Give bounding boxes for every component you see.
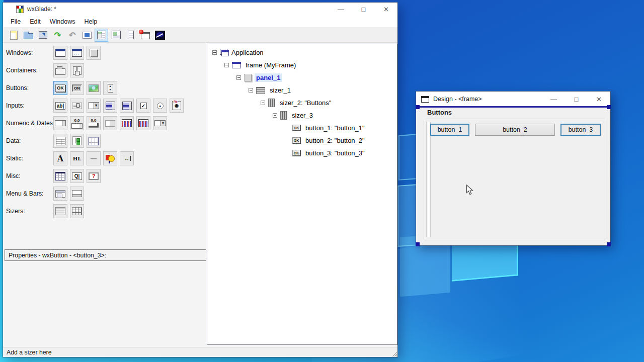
add-box-sizer-button[interactable]: [53, 204, 67, 218]
maximize-button[interactable]: □: [352, 3, 375, 16]
static-bitmap-widget-icon: [105, 154, 115, 162]
template-button[interactable]: [153, 29, 167, 42]
palette-row: Containers:: [6, 63, 207, 77]
add-calendar-button[interactable]: [120, 116, 134, 130]
pin-design-window-button[interactable]: [138, 29, 152, 42]
generic-calendar-widget-icon: [138, 119, 148, 127]
add-search-ctrl-button[interactable]: Q|: [70, 169, 84, 183]
layout-1-button[interactable]: [95, 29, 108, 42]
minimize-button[interactable]: —: [330, 3, 352, 16]
add-frame-button[interactable]: [53, 46, 67, 60]
tree-item-label: panel_1: [255, 73, 282, 82]
design-button-1[interactable]: button_1: [430, 124, 469, 136]
add-notebook-button[interactable]: [53, 63, 67, 77]
tree-item-sizer-2[interactable]: sizer_2: "Buttons": [207, 97, 397, 109]
bitmap-button-widget-icon: [89, 84, 99, 92]
custom-widget-icon: ?: [89, 172, 99, 180]
add-dialog-button[interactable]: [70, 46, 84, 60]
add-grid-sizer-button[interactable]: [70, 204, 84, 218]
open-button[interactable]: [22, 29, 35, 42]
add-text-ctrl-button[interactable]: ab|: [53, 99, 67, 113]
tree-expander-icon[interactable]: [249, 88, 253, 93]
menu-help[interactable]: Help: [79, 17, 102, 27]
grid-widget-icon: [89, 137, 99, 145]
tree-item-frame[interactable]: frame (MyFrame): [207, 59, 397, 71]
add-generic-calendar-button[interactable]: [136, 116, 150, 130]
save-button[interactable]: [36, 29, 50, 42]
add-splitter-button[interactable]: [70, 63, 84, 77]
add-spin-button-button[interactable]: [103, 81, 117, 95]
panel-icon: [244, 74, 252, 81]
resize-grip-icon[interactable]: [391, 351, 397, 356]
add-combo-box-button[interactable]: [87, 99, 101, 113]
add-slider-button[interactable]: [70, 99, 84, 113]
layout-3-button[interactable]: [124, 29, 137, 42]
tree-item-button-3[interactable]: button_3: "button_3": [207, 147, 397, 159]
layout-3-icon: [128, 31, 134, 39]
design-title-bar[interactable]: Design - <frame> — □ ✕: [416, 92, 610, 107]
menu-file[interactable]: File: [6, 17, 25, 27]
palette-row: Sizers:: [6, 204, 207, 218]
add-choice-button[interactable]: [103, 99, 117, 113]
add-date-picker-button[interactable]: [153, 116, 167, 130]
add-custom-widget-button[interactable]: ?: [87, 169, 101, 183]
tree-item-sizer-3[interactable]: sizer_3: [207, 109, 397, 122]
add-spin-field-button[interactable]: [53, 116, 67, 130]
add-static-bitmap-button[interactable]: [103, 151, 117, 165]
main-title-bar[interactable]: wxGlade: * — □ ✕: [3, 3, 397, 16]
pin-icon: [141, 32, 150, 39]
close-button[interactable]: ✕: [375, 3, 397, 16]
add-grid-button[interactable]: [87, 134, 101, 148]
preview-button[interactable]: [80, 29, 94, 42]
menu-edit[interactable]: Edit: [25, 17, 45, 27]
design-minimize-button[interactable]: —: [542, 92, 565, 107]
add-toggle-button-button[interactable]: ON: [70, 81, 84, 95]
add-panel-button[interactable]: [87, 46, 101, 60]
add-spacer-button[interactable]: ↔: [120, 151, 134, 165]
box-sizer-widget-icon: [55, 207, 65, 215]
redo-button[interactable]: ↷: [51, 29, 64, 42]
add-spin-ctrl-button[interactable]: [120, 99, 134, 113]
add-hyperlink-button[interactable]: HL: [70, 151, 84, 165]
tree-item-application[interactable]: Application: [207, 46, 397, 59]
tree-item-panel-1[interactable]: panel_1: [207, 71, 397, 84]
frame-icon: [232, 62, 241, 68]
undo-button[interactable]: ↶: [65, 29, 79, 42]
layout-2-button[interactable]: [109, 29, 123, 42]
add-bitmap-button-button[interactable]: [87, 81, 101, 95]
add-button-button[interactable]: OK: [53, 81, 67, 95]
add-menu-bar-button[interactable]: [53, 187, 67, 201]
add-status-bar-button[interactable]: [70, 187, 84, 201]
sizer-handle[interactable]: [426, 122, 431, 237]
selection-grip-bottom-left: [416, 242, 420, 246]
design-button-2[interactable]: button_2: [475, 124, 555, 136]
add-checkbox-button[interactable]: ✓: [136, 99, 150, 113]
new-button[interactable]: [7, 29, 21, 42]
design-button-3[interactable]: button_3: [560, 124, 601, 136]
add-radio-box-button[interactable]: ◉: [170, 99, 184, 113]
add-static-text-button[interactable]: A: [53, 151, 67, 165]
menu-windows[interactable]: Windows: [45, 17, 80, 27]
tree-expander-icon[interactable]: [261, 101, 265, 105]
add-list-ctrl-button[interactable]: [53, 134, 67, 148]
add-slider-double-button[interactable]: 0.0: [87, 116, 101, 130]
add-property-grid-button[interactable]: [53, 169, 67, 183]
add-gauge-button[interactable]: [103, 116, 117, 130]
design-maximize-button[interactable]: □: [565, 92, 588, 107]
design-close-button[interactable]: ✕: [588, 92, 610, 107]
tree-expander-icon[interactable]: [212, 50, 217, 55]
tree-expander-icon[interactable]: [236, 75, 241, 80]
template-icon: [155, 31, 165, 40]
notebook-widget-icon: [55, 68, 65, 75]
add-static-line-button[interactable]: —: [87, 151, 101, 165]
tree-expander-icon[interactable]: [273, 113, 277, 118]
add-spin-ctrl-double-button[interactable]: 0.0: [70, 116, 84, 130]
tree-expander-icon[interactable]: [224, 63, 229, 67]
tree-item-sizer-1[interactable]: sizer_1: [207, 84, 397, 97]
tree-item-button-2[interactable]: button_2: "button_2": [207, 134, 397, 147]
add-radio-button-button[interactable]: ●: [153, 99, 167, 113]
tree-item-button-1[interactable]: button_1: "button_1": [207, 122, 397, 134]
static-box-label: Buttons: [425, 109, 454, 116]
add-tree-ctrl-button[interactable]: [70, 134, 84, 148]
design-canvas[interactable]: Buttons button_1 button_2 button_3: [417, 108, 609, 244]
